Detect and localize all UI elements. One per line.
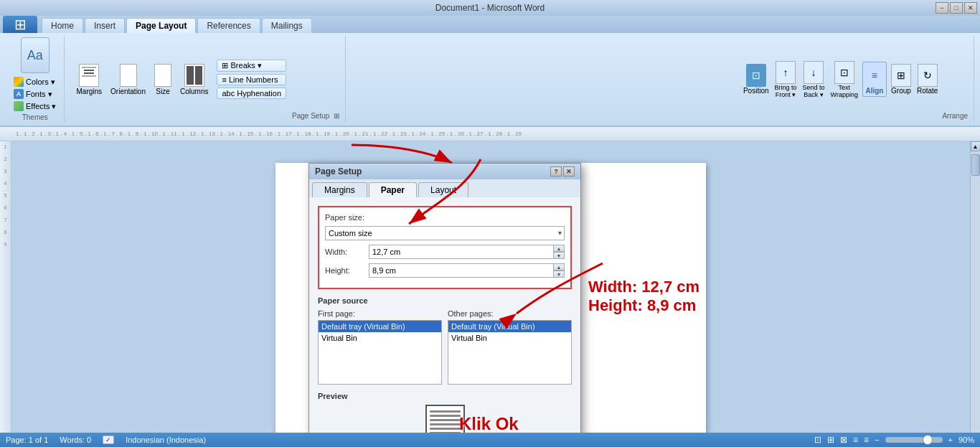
fonts-button[interactable]: A Fonts ▾ (11, 88, 58, 100)
outline-icon[interactable]: ≡ (853, 435, 858, 445)
text-wrapping-button[interactable]: ⊡ TextWrapping (829, 60, 859, 100)
dialog-help-button[interactable]: ? (550, 166, 562, 177)
ribbon-group-arrange: ⊡ Position ↑ Bring toFront ▾ ↓ Send toBa… (736, 36, 974, 123)
paper-size-select-row: Custom size A4 Letter ▼ (325, 226, 565, 240)
size-button[interactable]: Size (151, 62, 174, 97)
tab-mailings[interactable]: Mailings (262, 18, 312, 33)
height-down-button[interactable]: ▼ (553, 270, 565, 278)
other-pages-item-0[interactable]: Default tray (Virtual Bin) (448, 321, 571, 332)
dialog-tab-paper[interactable]: Paper (369, 182, 417, 197)
hyphenation-button[interactable]: abc Hyphenation (217, 88, 286, 99)
preview-line-3 (430, 419, 461, 421)
paper-size-section: Paper size: Custom size A4 Letter ▼ (318, 206, 572, 289)
first-page-item-1[interactable]: Virtual Bin (319, 332, 441, 344)
themes-button[interactable]: Aa (21, 37, 50, 73)
print-layout-icon[interactable]: ⊡ (814, 435, 821, 445)
orientation-button[interactable]: Orientation (108, 62, 149, 97)
scrollbar-vertical[interactable]: ▲ (970, 141, 980, 433)
tab-page-layout[interactable]: Page Layout (126, 18, 196, 33)
tab-references[interactable]: References (197, 18, 260, 33)
ruler-horizontal: 1 . 1 . 2 . 1 . 3 . 1 . 4 . 1 . 5 . 1 . … (0, 127, 980, 141)
paper-size-select[interactable]: Custom size A4 Letter (325, 226, 565, 240)
page-setup-group-label: Page Setup ⊞ (292, 110, 339, 121)
status-bar-right: ⊡ ⊞ ⊠ ≡ ≡ − + 90% (814, 435, 974, 445)
arrange-group-label: Arrange (942, 110, 968, 121)
zoom-slider[interactable] (885, 437, 943, 443)
dialog-body: Paper size: Custom size A4 Letter ▼ (309, 197, 580, 433)
group-button[interactable]: ⊞ Group (890, 62, 913, 96)
ribbon-tabs: ⊞ Home Insert Page Layout References Mai… (0, 16, 980, 33)
dialog-tab-layout[interactable]: Layout (418, 182, 468, 197)
height-spinner: ▲ ▼ (369, 263, 565, 278)
close-button[interactable]: ✕ (964, 2, 977, 14)
height-up-button[interactable]: ▲ (553, 263, 565, 270)
width-down-button[interactable]: ▼ (553, 252, 565, 259)
colors-button[interactable]: Colors ▾ (11, 76, 58, 88)
height-spinner-buttons: ▲ ▼ (553, 263, 565, 278)
effects-button[interactable]: Effects ▾ (11, 100, 58, 112)
maximize-button[interactable]: □ (950, 2, 963, 14)
zoom-thumb[interactable] (923, 435, 933, 445)
columns-button[interactable]: Columns (177, 62, 211, 97)
other-pages-item-1[interactable]: Virtual Bin (448, 332, 571, 344)
dialog-close-button[interactable]: ✕ (563, 166, 575, 177)
height-input[interactable] (369, 263, 565, 278)
rotate-button[interactable]: ↻ Rotate (915, 62, 939, 96)
ribbon-content: Aa Colors ▾ A Fonts ▾ Effec (0, 33, 980, 126)
first-page-col: First page: Default tray (Virtual Bin) V… (318, 309, 442, 385)
full-screen-icon[interactable]: ⊞ (827, 435, 834, 445)
bring-to-front-button[interactable]: ↑ Bring toFront ▾ (773, 60, 798, 100)
tab-insert[interactable]: Insert (85, 18, 125, 33)
zoom-in-button[interactable]: + (948, 436, 953, 444)
zoom-out-button[interactable]: − (875, 436, 879, 444)
dialog-tab-margins[interactable]: Margins (312, 182, 367, 197)
position-button[interactable]: ⊡ Position (742, 62, 771, 96)
ribbon-group-themes: Aa Colors ▾ A Fonts ▾ Effec (6, 36, 65, 123)
dialog-title: Page Setup (315, 166, 362, 177)
fonts-icon: A (14, 89, 24, 99)
send-to-back-button[interactable]: ↓ Send toBack ▾ (801, 60, 826, 100)
themes-group-label: Themes (22, 112, 48, 121)
paper-size-select-wrapper: Custom size A4 Letter ▼ (325, 226, 565, 240)
other-pages-list[interactable]: Default tray (Virtual Bin) Virtual Bin (448, 320, 572, 385)
align-button[interactable]: ≡ Align (862, 62, 887, 97)
colors-icon (14, 77, 24, 87)
web-layout-icon[interactable]: ⊠ (840, 435, 847, 445)
office-button[interactable]: ⊞ (3, 16, 37, 33)
margins-button[interactable]: Margins (73, 62, 105, 97)
width-label: Width: (325, 248, 364, 256)
tab-home[interactable]: Home (42, 18, 83, 33)
effects-label: Effects ▾ (26, 102, 56, 111)
width-row: Width: ▲ ▼ (325, 245, 565, 259)
themes-sub-items: Colors ▾ A Fonts ▾ Effects ▾ (11, 76, 58, 112)
status-bar: Page: 1 of 1 Words: 0 ✓ Indonesian (Indo… (0, 433, 980, 447)
scroll-up-button[interactable]: ▲ (971, 141, 981, 151)
width-spinner: ▲ ▼ (369, 245, 565, 259)
words-info: Words: 0 (60, 436, 91, 444)
first-page-label: First page: (318, 309, 442, 318)
draft-icon[interactable]: ≡ (864, 435, 869, 445)
fonts-label: Fonts ▾ (26, 90, 52, 99)
other-pages-col: Other pages: Default tray (Virtual Bin) … (448, 309, 572, 385)
dialog-titlebar: Page Setup ? ✕ (309, 164, 580, 179)
width-up-button[interactable]: ▲ (553, 245, 565, 252)
ribbon: ⊞ Home Insert Page Layout References Mai… (0, 16, 980, 127)
first-page-item-0[interactable]: Default tray (Virtual Bin) (319, 321, 441, 332)
breaks-button[interactable]: ⊞ Breaks ▾ (217, 60, 286, 72)
line-numbers-button[interactable]: ≡ Line Numbers (217, 74, 286, 85)
preview-page (425, 405, 465, 433)
ruler-vertical: 1 2 3 4 5 6 7 8 9 (0, 141, 11, 433)
content-area: 1 2 3 4 5 6 7 8 9 ▲ Page Setup ? ✕ (0, 141, 980, 433)
page-setup-dialog: Page Setup ? ✕ Margins Paper Layout Pape… (308, 163, 581, 433)
preview-line-1 (430, 410, 461, 413)
first-page-list[interactable]: Default tray (Virtual Bin) Virtual Bin (318, 320, 442, 385)
page-info: Page: 1 of 1 (6, 436, 48, 444)
spell-check-icon[interactable]: ✓ (103, 436, 114, 444)
preview-box (318, 405, 572, 433)
colors-label: Colors ▾ (26, 77, 55, 87)
app-title: Document1 - Microsoft Word (435, 3, 545, 13)
minimize-button[interactable]: − (936, 2, 948, 14)
other-pages-label: Other pages: (448, 309, 572, 318)
scroll-thumb[interactable] (971, 154, 980, 176)
width-input[interactable] (369, 245, 565, 259)
